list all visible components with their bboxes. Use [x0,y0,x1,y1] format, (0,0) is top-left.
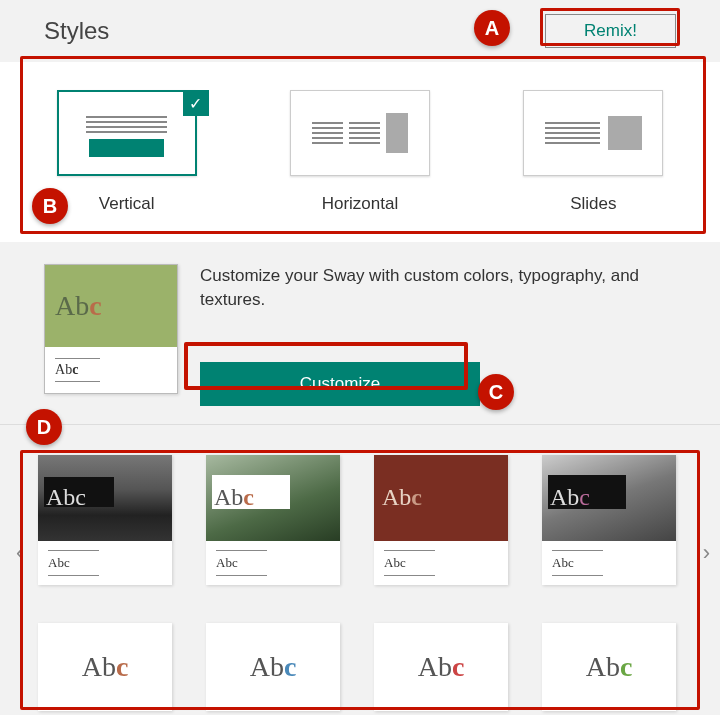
header: Styles Remix! [0,0,720,62]
layout-label-vertical: Vertical [99,194,155,214]
gallery-next-icon[interactable]: › [703,540,710,566]
gallery-row-2: Abc Abc Abc Abc [38,623,682,711]
layout-label-slides: Slides [570,194,616,214]
layout-thumb-horizontal [290,90,430,176]
style-card[interactable]: Abc Abc [374,455,508,585]
layout-section: ✓ Vertical Horizontal Slides [0,62,720,242]
style-card[interactable]: Abc [542,623,676,711]
style-card[interactable]: Abc Abc [206,455,340,585]
style-card[interactable]: Abc [38,623,172,711]
style-card[interactable]: Abc Abc [542,455,676,585]
current-style-thumb: Abc Abc [44,264,178,394]
style-card[interactable]: Abc [206,623,340,711]
customize-description: Customize your Sway with custom colors, … [200,264,680,312]
remix-button[interactable]: Remix! [545,14,676,48]
layout-option-vertical[interactable]: ✓ Vertical [57,90,197,214]
page-title: Styles [44,17,109,45]
style-card[interactable]: Abc Abc [38,455,172,585]
thumb-sample-small: Abc [55,362,167,378]
layout-option-horizontal[interactable]: Horizontal [290,90,430,214]
gallery-row-1: Abc Abc Abc Abc Abc Abc Abc Abc [38,455,682,585]
layout-thumb-slides [523,90,663,176]
customize-section: Abc Abc Customize your Sway with custom … [0,242,720,425]
layout-option-slides[interactable]: Slides [523,90,663,214]
layout-label-horizontal: Horizontal [322,194,399,214]
layout-thumb-vertical: ✓ [57,90,197,176]
customize-button[interactable]: Customize [200,362,480,406]
style-gallery: Abc Abc Abc Abc Abc Abc Abc Abc Abc Abc … [0,425,720,715]
check-icon: ✓ [183,90,209,116]
gallery-prev-icon[interactable]: ‹ [16,540,23,566]
style-card[interactable]: Abc [374,623,508,711]
